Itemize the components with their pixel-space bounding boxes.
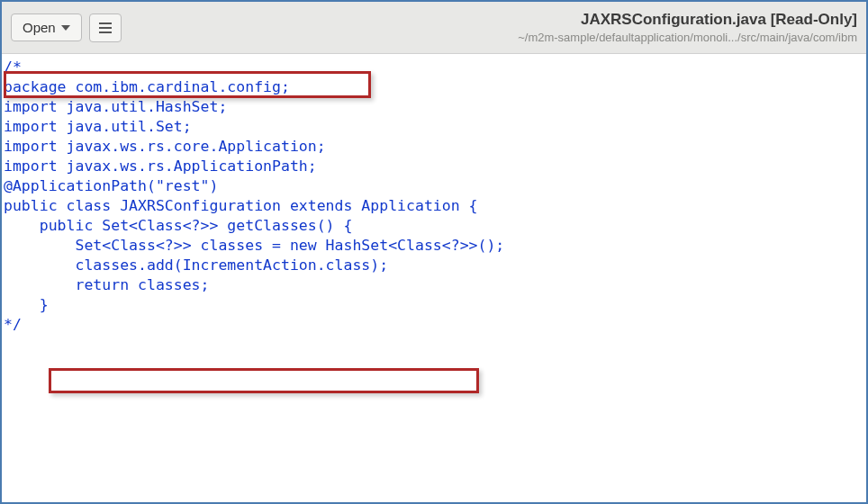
code-line: import javax.ws.rs.core.Application; — [2, 137, 866, 157]
code-line: } — [2, 295, 866, 315]
code-line: import java.util.HashSet; — [2, 97, 866, 117]
code-line: package com.ibm.cardinal.config; — [2, 77, 866, 97]
code-line: import java.util.Set; — [2, 117, 866, 137]
code-line: Set<Class<?>> classes = new HashSet<Clas… — [2, 236, 866, 256]
menu-button[interactable] — [89, 14, 122, 42]
highlight-box-classes-add — [49, 368, 479, 393]
header-left: Open — [11, 14, 122, 42]
chevron-down-icon — [61, 25, 70, 31]
code-line: return classes; — [2, 275, 866, 295]
code-line: /* — [2, 58, 866, 77]
file-path: ~/m2m-sample/defaultapplication/monoli..… — [518, 31, 857, 44]
code-editor: /* package com.ibm.cardinal.config; impo… — [2, 54, 866, 502]
svg-rect-2 — [99, 32, 112, 33]
code-line: public class JAXRSConfiguration extends … — [2, 196, 866, 216]
code-line: @ApplicationPath("rest") — [2, 176, 866, 196]
code-line: import javax.ws.rs.ApplicationPath; — [2, 157, 866, 176]
open-button[interactable]: Open — [11, 14, 82, 41]
header-right: JAXRSConfiguration.java [Read-Only] ~/m2… — [518, 11, 857, 44]
code-line: public Set<Class<?>> getClasses() { — [2, 216, 866, 236]
open-button-label: Open — [23, 20, 56, 35]
file-title: JAXRSConfiguration.java [Read-Only] — [518, 11, 857, 29]
svg-rect-0 — [99, 22, 112, 24]
hamburger-icon — [98, 21, 113, 35]
editor-header: Open JAXRSConfiguration.java [Read-Only]… — [2, 2, 866, 54]
code-line: */ — [2, 315, 866, 335]
svg-rect-1 — [99, 27, 112, 29]
code-line: classes.add(IncrementAction.class); — [2, 256, 866, 275]
